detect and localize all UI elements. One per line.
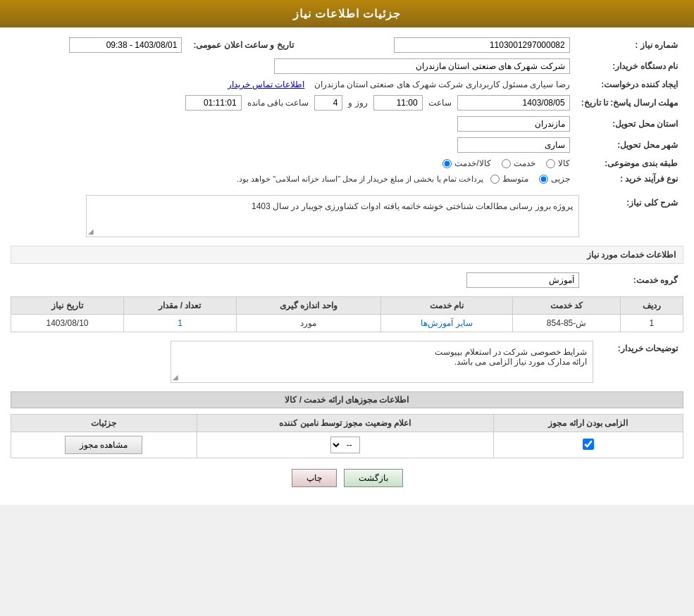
col-need-date: تاریخ نیاز [11, 297, 124, 315]
need-desc-value: پروژه بروز رسانی مطالعات شناختی خوشه خات… [11, 192, 585, 240]
perm-details-cell: مشاهده مجوز [11, 432, 197, 458]
city-label: شهر محل تحویل: [576, 134, 683, 156]
response-deadline-row: ساعت روز و ساعت باقی مانده [11, 92, 576, 113]
page-wrapper: جزئیات اطلاعات نیاز شماره نیاز : تاریخ و… [0, 0, 694, 505]
announcement-date-label: تاریخ و ساعت اعلان عمومی: [187, 34, 307, 56]
category-kala-khedmat-option[interactable]: کالا/خدمت [442, 158, 490, 168]
button-row: بازگشت چاپ [11, 469, 683, 487]
buyer-desc-box: شرایط خصوصی شرکت در استعلام بپیوستارائه … [171, 341, 593, 383]
requester-text: رضا سیاری مسئول کاربرداری شرکت شهرک های … [314, 80, 570, 89]
info-table: شماره نیاز : تاریخ و ساعت اعلان عمومی: ن… [11, 34, 683, 187]
category-kala-khedmat-radio[interactable] [442, 159, 452, 168]
need-desc-label: شرح کلی نیاز: [585, 192, 683, 240]
requester-value: رضا سیاری مسئول کاربرداری شرکت شهرک های … [11, 77, 576, 92]
view-permit-button[interactable]: مشاهده مجوز [65, 436, 142, 454]
cell-service-name: سایر آموزش‌ها [380, 315, 513, 332]
buyer-desc-text: شرایط خصوصی شرکت در استعلام بپیوستارائه … [435, 347, 587, 367]
resize-icon: ◢ [88, 227, 94, 235]
resize-icon-2: ◢ [173, 373, 178, 381]
page-header: جزئیات اطلاعات نیاز [0, 0, 694, 27]
category-kala-radio[interactable] [546, 159, 555, 168]
cell-service-code: ش-85-854 [513, 315, 620, 332]
cell-row-num: 1 [620, 315, 683, 332]
page-title: جزئیات اطلاعات نیاز [293, 8, 402, 20]
col-quantity: تعداد / مقدار [124, 297, 237, 315]
need-number-value [308, 34, 576, 56]
perm-col-details: جزئیات [11, 415, 197, 432]
purchase-type-row: جزیی متوسط پرداخت تمام یا بخشی از مبلغ خ… [11, 171, 576, 187]
cell-quantity: 1 [124, 315, 237, 332]
purchase-type-jozi-radio[interactable] [539, 175, 548, 184]
col-unit: واحد اندازه گیری [236, 297, 380, 315]
col-service-name: نام خدمت [380, 297, 513, 315]
cell-unit: مورد [236, 315, 380, 332]
city-input[interactable] [457, 137, 570, 153]
need-desc-text: پروژه بروز رسانی مطالعات شناختی خوشه خات… [252, 201, 573, 211]
remaining-time-input[interactable] [185, 95, 242, 111]
response-time-input[interactable] [373, 95, 423, 111]
col-service-code: کد خدمت [513, 297, 620, 315]
buyer-desc-value: شرایط خصوصی شرکت در استعلام بپیوستارائه … [11, 338, 599, 386]
requester-link[interactable]: اطلاعات تماس خریدار [228, 80, 305, 89]
permissions-table: الزامی بودن ارائه مجوز اعلام وضعیت مجوز … [11, 414, 683, 458]
response-time-label: ساعت [428, 98, 452, 108]
perm-status-select[interactable]: -- [330, 436, 360, 453]
category-khedmat-radio[interactable] [502, 159, 511, 168]
province-input[interactable] [457, 116, 570, 132]
purchase-type-jozi-option[interactable]: جزیی [539, 174, 570, 184]
buyer-desc-table: توضیحات خریدار: شرایط خصوصی شرکت در استع… [11, 338, 683, 386]
response-date-input[interactable] [457, 95, 570, 111]
permissions-row: -- مشاهده مجوز [11, 432, 683, 458]
service-group-table: گروه خدمت: [11, 270, 683, 291]
city-value [11, 134, 576, 156]
service-group-label: گروه خدمت: [585, 270, 683, 291]
permissions-section-title: اطلاعات مجوزهای ارائه خدمت / کالا [11, 391, 683, 408]
requester-label: ایجاد کننده درخواست: [576, 77, 683, 92]
announcement-date-input[interactable] [69, 37, 182, 53]
purchase-type-note: پرداخت تمام یا بخشی از مبلغ خریدار از مح… [237, 175, 483, 183]
category-khedmat-option[interactable]: خدمت [502, 158, 535, 168]
perm-required-checkbox[interactable] [583, 439, 594, 450]
perm-col-status: اعلام وضعیت مجوز توسط نامین کننده [197, 415, 493, 432]
table-row: 1 ش-85-854 سایر آموزش‌ها مورد 1 1403/08/… [11, 315, 683, 332]
service-group-value [11, 270, 585, 291]
purchase-type-motavaset-radio[interactable] [490, 175, 500, 184]
col-row-num: ردیف [620, 297, 683, 315]
perm-status-cell: -- [197, 432, 493, 458]
print-button[interactable]: چاپ [292, 469, 337, 487]
service-group-input[interactable] [466, 272, 579, 288]
cell-need-date: 1403/08/10 [11, 315, 124, 332]
services-section-title: اطلاعات خدمات مورد نیاز [11, 246, 683, 264]
main-content: شماره نیاز : تاریخ و ساعت اعلان عمومی: ن… [0, 27, 694, 505]
purchase-type-motavaset-option[interactable]: متوسط [490, 174, 528, 184]
buyer-org-value [11, 56, 576, 77]
need-number-label: شماره نیاز : [576, 34, 683, 56]
announcement-date-value [11, 34, 187, 56]
response-deadline-label: مهلت ارسال پاسخ: تا تاریخ: [576, 92, 683, 113]
category-label: طبقه بندی موضوعی: [576, 156, 683, 171]
need-number-input[interactable] [394, 37, 570, 53]
category-kala-option[interactable]: کالا [546, 158, 570, 168]
remaining-label: ساعت باقی مانده [247, 98, 309, 108]
need-desc-box: پروژه بروز رسانی مطالعات شناختی خوشه خات… [86, 195, 579, 237]
perm-col-required: الزامی بودن ارائه مجوز [493, 415, 683, 432]
buyer-org-label: نام دستگاه خریدار: [576, 56, 683, 77]
province-value [11, 113, 576, 134]
back-button[interactable]: بازگشت [344, 469, 403, 487]
category-options: کالا خدمت کالا/خدمت [11, 156, 576, 171]
services-data-table: ردیف کد خدمت نام خدمت واحد اندازه گیری ت… [11, 296, 683, 332]
purchase-type-label: نوع فرآیند خرید : [576, 171, 683, 187]
province-label: استان محل تحویل: [576, 113, 683, 134]
days-input[interactable] [314, 95, 342, 111]
buyer-org-input[interactable] [274, 58, 570, 74]
days-label: روز و [348, 98, 367, 108]
perm-required-cell [493, 432, 683, 458]
need-desc-table: شرح کلی نیاز: پروژه بروز رسانی مطالعات ش… [11, 192, 683, 240]
buyer-desc-label: توضیحات خریدار: [599, 338, 683, 386]
